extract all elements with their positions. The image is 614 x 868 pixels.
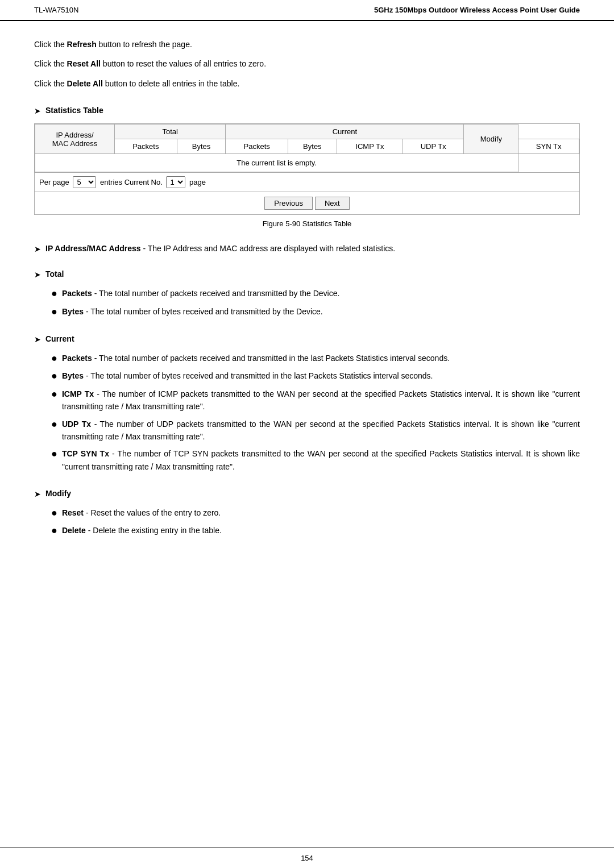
arrow-icon-current: ➤ [34, 335, 41, 344]
tcp-syn-tx-text: TCP SYN Tx - The number of TCP SYN packe… [62, 447, 580, 473]
bullet-icon: ● [51, 388, 57, 401]
bullet-icon: ● [51, 352, 57, 365]
page-label: page [189, 178, 206, 186]
list-item: ● Packets - The total number of packets … [51, 287, 580, 300]
previous-button[interactable]: Previous [264, 197, 313, 210]
udp-tx-bold: UDP Tx [62, 420, 91, 429]
list-item: ● Bytes - The total number of bytes rece… [51, 305, 580, 318]
empty-message: The current list is empty. [35, 154, 518, 172]
arrow-icon-ip: ➤ [34, 244, 41, 254]
list-item: ● UDP Tx - The number of UDP packets tra… [51, 418, 580, 443]
page-title: 5GHz 150Mbps Outdoor Wireless Access Poi… [374, 6, 580, 14]
col-udp-tx: UDP Tx [403, 139, 464, 154]
col-syn-tx: SYN Tx [518, 139, 579, 154]
ip-section-heading: ➤ IP Address/MAC Address - The IP Addres… [34, 244, 580, 254]
statistics-section-title: Statistics Table [45, 106, 103, 115]
bullet-icon: ● [51, 447, 57, 460]
col-total-bytes: Bytes [177, 139, 226, 154]
list-item: ● Delete - Delete the existing entry in … [51, 524, 580, 537]
ip-section-text: IP Address/MAC Address - The IP Address … [45, 244, 395, 253]
total-section-heading: ➤ Total [34, 269, 580, 279]
next-button[interactable]: Next [315, 197, 350, 210]
current-no-select[interactable]: 1 [166, 176, 185, 188]
list-item: ● Bytes - The total number of bytes rece… [51, 369, 580, 383]
col-total-packets: Packets [115, 139, 177, 154]
bullet-icon: ● [51, 305, 57, 318]
per-page-select[interactable]: 5 10 20 [73, 176, 96, 188]
statistics-table-container: IP Address/MAC Address Total Current Mod… [34, 123, 580, 215]
col-icmp-tx: ICMP Tx [337, 139, 403, 154]
page-footer: 154 [0, 848, 614, 868]
col-current-packets: Packets [226, 139, 288, 154]
refresh-bold: Refresh [67, 40, 97, 49]
table-group-header-row: IP Address/MAC Address Total Current Mod… [35, 124, 579, 139]
statistics-section-heading: ➤ Statistics Table [34, 106, 580, 115]
col-ip-mac: IP Address/MAC Address [35, 124, 115, 154]
modify-section-title: Modify [45, 489, 71, 498]
delete-all-paragraph: Click the Delete All button to delete al… [34, 77, 580, 90]
current-packets-text: Packets - The total number of packets re… [62, 352, 580, 364]
pagination-row: Per page 5 10 20 entries Current No. 1 p… [35, 172, 579, 192]
bullet-icon: ● [51, 524, 57, 537]
col-modify: Modify [464, 124, 518, 154]
page-header: TL-WA7510N 5GHz 150Mbps Outdoor Wireless… [0, 0, 614, 21]
delete-text: Delete - Delete the existing entry in th… [62, 524, 580, 537]
figure-caption: Figure 5-90 Statistics Table [34, 219, 580, 228]
list-item: ● Reset - Reset the values of the entry … [51, 506, 580, 520]
current-section-title: Current [45, 334, 74, 343]
list-item: ● ICMP Tx - The number of ICMP packets t… [51, 388, 580, 413]
col-group-total: Total [115, 124, 226, 139]
current-bytes-text: Bytes - The total number of bytes receiv… [62, 369, 580, 382]
udp-tx-text: UDP Tx - The number of UDP packets trans… [62, 418, 580, 443]
list-item: ● Packets - The total number of packets … [51, 352, 580, 365]
reset-text: Reset - Reset the values of the entry to… [62, 506, 580, 519]
empty-row: The current list is empty. [35, 154, 579, 172]
modify-section-heading: ➤ Modify [34, 489, 580, 499]
total-bytes-bold: Bytes [62, 307, 84, 316]
bullet-icon: ● [51, 506, 57, 520]
current-bytes-bold: Bytes [62, 371, 84, 380]
bullet-icon: ● [51, 369, 57, 383]
arrow-icon: ➤ [34, 106, 41, 115]
arrow-icon-total: ➤ [34, 270, 41, 279]
modify-list: ● Reset - Reset the values of the entry … [51, 506, 580, 538]
entries-label: entries Current No. [100, 178, 163, 186]
bullet-icon: ● [51, 287, 57, 300]
col-group-current: Current [226, 124, 464, 139]
col-current-bytes: Bytes [288, 139, 337, 154]
per-page-label: Per page [39, 178, 69, 186]
page-number: 154 [301, 854, 313, 862]
statistics-table: IP Address/MAC Address Total Current Mod… [35, 124, 579, 172]
current-packets-bold: Packets [62, 354, 92, 363]
current-list: ● Packets - The total number of packets … [51, 352, 580, 473]
ip-section-bold: IP Address/MAC Address [45, 244, 141, 253]
nav-buttons: Previous Next [35, 192, 579, 214]
delete-all-bold: Delete All [67, 79, 103, 88]
arrow-icon-modify: ➤ [34, 489, 41, 499]
icmp-tx-bold: ICMP Tx [62, 389, 94, 398]
total-bytes-text: Bytes - The total number of bytes receiv… [62, 305, 580, 318]
total-packets-text: Packets - The total number of packets re… [62, 287, 580, 300]
total-packets-bold: Packets [62, 289, 92, 298]
delete-bold: Delete [62, 526, 86, 535]
list-item: ● TCP SYN Tx - The number of TCP SYN pac… [51, 447, 580, 473]
current-section-heading: ➤ Current [34, 334, 580, 344]
page-wrapper: TL-WA7510N 5GHz 150Mbps Outdoor Wireless… [0, 0, 614, 868]
reset-bold: Reset [62, 508, 84, 517]
reset-all-bold: Reset All [67, 59, 101, 68]
total-list: ● Packets - The total number of packets … [51, 287, 580, 318]
icmp-tx-text: ICMP Tx - The number of ICMP packets tra… [62, 388, 580, 413]
bullet-icon: ● [51, 418, 57, 431]
total-section-title: Total [45, 269, 64, 279]
model-label: TL-WA7510N [34, 6, 78, 14]
main-content: Click the Refresh button to refresh the … [0, 32, 614, 848]
reset-all-paragraph: Click the Reset All button to reset the … [34, 57, 580, 70]
tcp-syn-tx-bold: TCP SYN Tx [62, 449, 109, 458]
refresh-paragraph: Click the Refresh button to refresh the … [34, 38, 580, 51]
